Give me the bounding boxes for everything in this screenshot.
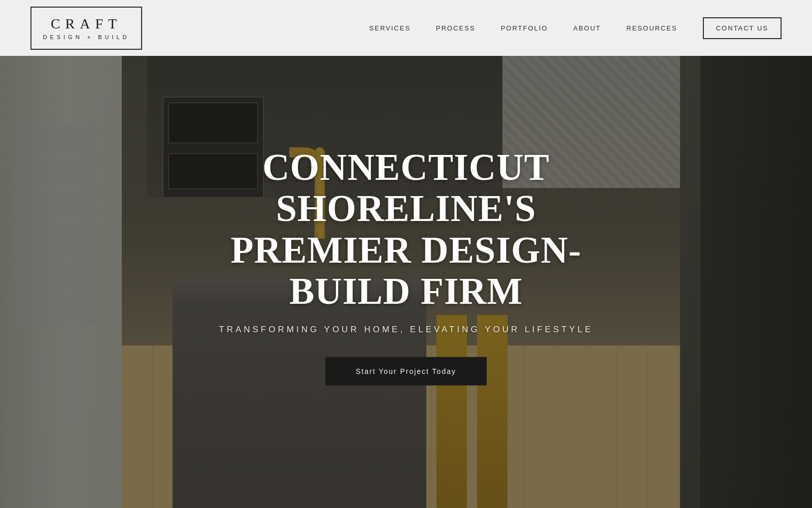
hero-title-line2: PREMIER DESIGN-BUILD FIRM	[230, 229, 581, 311]
nav-about[interactable]: ABOUT	[573, 24, 601, 32]
hero-subtitle: TRANSFORMING YOUR HOME, ELEVATING YOUR L…	[178, 324, 634, 334]
nav-portfolio[interactable]: PORTFOLIO	[501, 24, 548, 32]
logo[interactable]: CRAFT DESIGN + BUILD	[30, 7, 142, 50]
cta-start-project-button[interactable]: Start Your Project Today	[325, 357, 487, 385]
hero-title: CONNECTICUT SHORELINE'S PREMIER DESIGN-B…	[178, 147, 634, 312]
main-nav: SERVICES PROCESS PORTFOLIO ABOUT RESOURC…	[369, 17, 782, 39]
nav-resources[interactable]: RESOURCES	[626, 24, 677, 32]
logo-subtitle: DESIGN + BUILD	[43, 34, 129, 40]
contact-us-button[interactable]: CONTACT US	[703, 17, 782, 39]
logo-title: CRAFT	[51, 16, 122, 32]
nav-services[interactable]: SERVICES	[369, 24, 411, 32]
hero-title-line1: CONNECTICUT SHORELINE'S	[262, 146, 550, 229]
page-wrapper: CRAFT DESIGN + BUILD SERVICES PROCESS PO…	[0, 0, 812, 508]
nav-process[interactable]: PROCESS	[436, 24, 476, 32]
site-header: CRAFT DESIGN + BUILD SERVICES PROCESS PO…	[0, 0, 812, 56]
hero-content: CONNECTICUT SHORELINE'S PREMIER DESIGN-B…	[178, 147, 634, 386]
